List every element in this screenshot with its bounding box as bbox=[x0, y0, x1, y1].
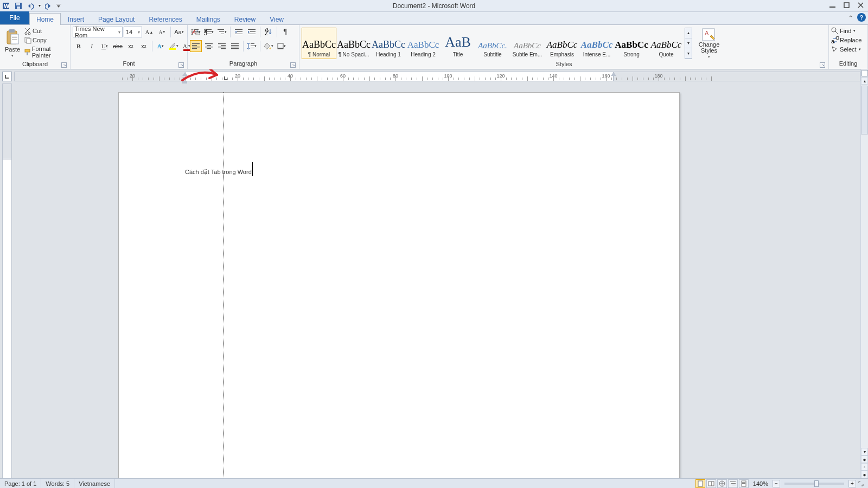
tab-file[interactable]: File bbox=[0, 11, 29, 24]
style-quote[interactable]: AaBbCcQuote bbox=[649, 28, 684, 59]
strikethrough-icon[interactable]: abc bbox=[112, 40, 124, 52]
tab-mailings[interactable]: Mailings bbox=[189, 13, 227, 25]
zoom-in-icon[interactable]: + bbox=[848, 480, 856, 487]
word-count-status[interactable]: Words: 5 bbox=[41, 479, 74, 488]
paragraph-dialog-launcher[interactable]: ↘ bbox=[290, 62, 296, 68]
copy-button[interactable]: Copy bbox=[24, 36, 68, 44]
numbering-icon[interactable]: 123▾ bbox=[203, 26, 215, 38]
minimize-icon[interactable] bbox=[826, 0, 839, 10]
ruler-toggle-icon[interactable] bbox=[861, 70, 868, 76]
align-left-icon[interactable] bbox=[190, 40, 202, 52]
tab-insert[interactable]: Insert bbox=[61, 13, 91, 25]
italic-icon[interactable]: I bbox=[86, 40, 98, 52]
tab-review[interactable]: Review bbox=[227, 13, 263, 25]
align-justify-icon[interactable] bbox=[229, 40, 241, 52]
outline-view-icon[interactable] bbox=[728, 479, 738, 488]
change-styles-button[interactable]: A Change Styles ▾ bbox=[695, 26, 723, 61]
next-page-icon[interactable]: ● bbox=[861, 471, 868, 478]
browse-object-icon[interactable]: ◦ bbox=[861, 463, 868, 471]
font-family-combo[interactable]: Times New Rom▾ bbox=[73, 27, 123, 37]
scroll-thumb[interactable] bbox=[861, 86, 868, 134]
tab-page-layout[interactable]: Page Layout bbox=[91, 13, 142, 25]
scroll-down-icon[interactable]: ▾ bbox=[861, 448, 868, 455]
highlight-icon[interactable]: ▾ bbox=[168, 40, 180, 52]
close-icon[interactable] bbox=[854, 0, 867, 10]
paste-button[interactable]: Paste ▾ bbox=[2, 26, 23, 61]
undo-icon[interactable] bbox=[25, 1, 36, 11]
line-spacing-icon[interactable]: ▾ bbox=[246, 40, 258, 52]
previous-page-icon[interactable]: ● bbox=[861, 455, 868, 463]
text-effects-icon[interactable]: A▾ bbox=[155, 40, 167, 52]
shading-icon[interactable]: ▾ bbox=[263, 40, 275, 52]
draft-view-icon[interactable] bbox=[739, 479, 749, 488]
find-button[interactable]: Find▾ bbox=[831, 27, 856, 35]
style-title[interactable]: AaBTitle bbox=[441, 28, 475, 59]
style---no-spaci---[interactable]: AaBbCc¶ No Spaci... bbox=[336, 28, 371, 59]
superscript-icon[interactable]: x2 bbox=[138, 40, 150, 52]
styles-gallery-scroll[interactable]: ▴▾▾ bbox=[685, 28, 692, 59]
change-case-icon[interactable]: Aa▾ bbox=[173, 26, 185, 38]
tab-view[interactable]: View bbox=[263, 13, 291, 25]
sort-icon[interactable]: AZ bbox=[263, 26, 275, 38]
scroll-up-icon[interactable]: ▴ bbox=[861, 77, 868, 85]
font-dialog-launcher[interactable]: ↘ bbox=[178, 62, 184, 68]
format-painter-button[interactable]: Format Painter bbox=[24, 46, 68, 59]
page-number-status[interactable]: Page: 1 of 1 bbox=[0, 479, 41, 488]
styles-dialog-launcher[interactable]: ↘ bbox=[820, 62, 825, 68]
bold-icon[interactable]: B bbox=[73, 40, 85, 52]
zoom-fit-icon[interactable] bbox=[857, 480, 865, 487]
align-center-icon[interactable] bbox=[203, 40, 215, 52]
style-subtle-em---[interactable]: AaBbCcSubtle Em... bbox=[510, 28, 545, 59]
fullscreen-reading-view-icon[interactable] bbox=[706, 479, 716, 488]
select-button[interactable]: Select▾ bbox=[831, 46, 861, 53]
font-size-combo[interactable]: 14▾ bbox=[124, 27, 142, 37]
format-painter-icon bbox=[24, 48, 31, 56]
align-right-icon[interactable] bbox=[216, 40, 228, 52]
style---normal[interactable]: AaBbCc¶ Normal bbox=[302, 28, 336, 59]
help-icon[interactable]: ? bbox=[857, 13, 866, 22]
borders-icon[interactable]: ▾ bbox=[276, 40, 288, 52]
tab-references[interactable]: References bbox=[142, 13, 189, 25]
styles-gallery[interactable]: AaBbCc¶ NormalAaBbCc¶ No Spaci...AaBbCcH… bbox=[302, 28, 684, 59]
underline-icon[interactable]: U▾ bbox=[99, 40, 111, 52]
style-emphasis[interactable]: AaBbCcEmphasis bbox=[545, 28, 579, 59]
grow-font-icon[interactable]: A▲ bbox=[143, 26, 155, 38]
ribbon-tabs: File Home Insert Page Layout References … bbox=[0, 12, 868, 25]
zoom-out-icon[interactable]: − bbox=[773, 480, 780, 487]
tab-home[interactable]: Home bbox=[29, 13, 61, 25]
clipboard-dialog-launcher[interactable]: ↘ bbox=[61, 62, 67, 68]
save-icon[interactable] bbox=[13, 1, 24, 11]
bullets-icon[interactable]: ▾ bbox=[190, 26, 202, 38]
tab-stop-marker[interactable] bbox=[224, 76, 228, 80]
subscript-icon[interactable]: x2 bbox=[125, 40, 137, 52]
print-layout-view-icon[interactable] bbox=[695, 479, 705, 488]
style-heading-1[interactable]: AaBbCcHeading 1 bbox=[371, 28, 406, 59]
cut-button[interactable]: Cut bbox=[24, 27, 68, 35]
replace-button[interactable]: abReplace bbox=[831, 36, 861, 44]
style-heading-2[interactable]: AaBbCcHeading 2 bbox=[406, 28, 441, 59]
qat-customize-icon[interactable] bbox=[55, 1, 62, 11]
style-intense-e---[interactable]: AaBbCcIntense E... bbox=[579, 28, 614, 59]
zoom-slider[interactable] bbox=[784, 483, 844, 485]
tab-selector[interactable] bbox=[2, 72, 12, 81]
shrink-font-icon[interactable]: A▼ bbox=[156, 26, 168, 38]
vertical-scrollbar[interactable]: ▴ ▾ ● ◦ ● bbox=[860, 69, 868, 478]
vertical-ruler[interactable] bbox=[2, 84, 12, 478]
show-marks-icon[interactable]: ¶ bbox=[279, 26, 291, 38]
document-page[interactable]: Cách đặt Tab trong Word bbox=[118, 92, 680, 478]
style-subtitle[interactable]: AaBbCc.Subtitle bbox=[475, 28, 510, 59]
horizontal-ruler[interactable]: 2020406080100120140160180 bbox=[14, 72, 860, 81]
minimize-ribbon-icon[interactable]: ⌃ bbox=[846, 13, 855, 22]
language-status[interactable]: Vietnamese bbox=[74, 479, 115, 488]
style-strong[interactable]: AaBbCcStrong bbox=[614, 28, 649, 59]
undo-dropdown-icon[interactable]: ▾ bbox=[37, 1, 42, 11]
increase-indent-icon[interactable] bbox=[246, 26, 258, 38]
maximize-icon[interactable] bbox=[840, 0, 853, 10]
web-layout-view-icon[interactable] bbox=[717, 479, 727, 488]
multilevel-list-icon[interactable]: ▾ bbox=[216, 26, 228, 38]
page-scroll-area[interactable]: Cách đặt Tab trong Word bbox=[14, 84, 860, 478]
decrease-indent-icon[interactable] bbox=[233, 26, 245, 38]
word-app-icon[interactable]: W bbox=[1, 1, 12, 11]
zoom-level[interactable]: 140% bbox=[753, 480, 768, 487]
redo-icon[interactable] bbox=[43, 1, 54, 11]
